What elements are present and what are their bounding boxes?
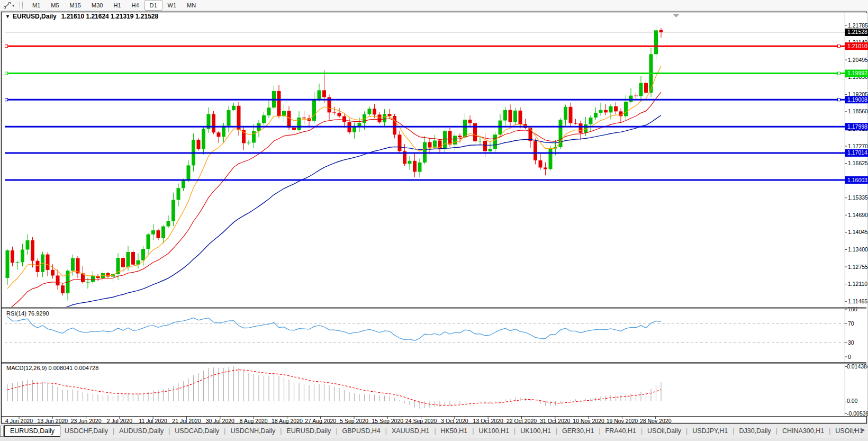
window-tab-bar: EURUSD,DailyUSDCHF,Daily|AUDUSD,Daily|US… xyxy=(0,424,868,438)
candle xyxy=(413,161,417,172)
candle xyxy=(197,140,201,149)
line-handle[interactable] xyxy=(5,45,8,48)
candle xyxy=(408,161,412,164)
candle xyxy=(292,128,296,130)
candle xyxy=(654,30,658,54)
window-tab-dj30-daily[interactable]: DJ30,Daily xyxy=(735,426,775,436)
candle xyxy=(36,261,40,272)
price-tick-label: 1.12755 xyxy=(848,264,868,270)
candle xyxy=(31,240,34,261)
candle xyxy=(21,249,24,262)
candle xyxy=(589,118,593,124)
date-label: 13 Jun 2020 xyxy=(37,418,68,424)
candle xyxy=(499,121,502,135)
candle xyxy=(599,110,603,113)
candle xyxy=(609,106,613,113)
candle xyxy=(483,141,487,151)
price-tick-label: 1.15335 xyxy=(848,194,868,201)
window-tab-usoil-daily[interactable]: USOil,Daily xyxy=(643,426,685,436)
window-tab-usdjpy-h1[interactable]: USDJPY,H1 xyxy=(688,426,732,436)
candle xyxy=(277,91,281,116)
candle xyxy=(141,249,145,260)
date-label: 22 Oct 2020 xyxy=(507,418,537,424)
tab-scroll-left-icon[interactable]: ◄ xyxy=(852,427,857,433)
candle xyxy=(378,114,382,122)
candle xyxy=(247,142,251,143)
candle xyxy=(549,149,553,169)
date-label: 11 Jul 2020 xyxy=(139,418,167,424)
window-tab-usdcnh-daily[interactable]: USDCNH,Daily xyxy=(226,426,279,436)
candle xyxy=(473,123,477,141)
candle xyxy=(659,30,663,32)
window-tab-uk100-h1[interactable]: UK100,H1 xyxy=(516,426,555,436)
line-handle[interactable] xyxy=(838,72,840,75)
candle xyxy=(202,129,205,149)
candle xyxy=(393,116,396,134)
window-tab-eurusd-daily[interactable]: EURUSD,Daily xyxy=(4,425,60,437)
window-tab-fra40-h1[interactable]: FRA40,H1 xyxy=(601,426,640,436)
candle xyxy=(458,136,462,137)
line-handle[interactable] xyxy=(838,45,840,48)
line-handle[interactable] xyxy=(5,98,8,101)
price-badge-label: 1.17998 xyxy=(847,123,867,130)
window-tab-uk100-h1[interactable]: UK100,H1 xyxy=(474,426,513,436)
window-tab-xauusd-h1[interactable]: XAUUSD,H1 xyxy=(387,426,434,436)
candle xyxy=(629,96,633,102)
date-label: 4 Jun 2020 xyxy=(5,418,33,424)
candle xyxy=(11,250,14,263)
candle xyxy=(639,83,643,96)
window-tab-usdcad-daily[interactable]: USDCAD,Daily xyxy=(170,426,223,436)
price-badge-label: 1.17014 xyxy=(847,149,867,156)
date-label: 23 Jun 2020 xyxy=(71,418,102,424)
date-label: 24 Sep 2020 xyxy=(405,418,437,424)
window-tabs: EURUSD,DailyUSDCHF,Daily|AUDUSD,Daily|US… xyxy=(4,425,867,437)
rsi-label: RSI(14) 76.9290 xyxy=(6,310,49,317)
macd-scale-label: 0.00 xyxy=(847,398,858,404)
price-badge-label: 1.21010 xyxy=(847,43,867,49)
candle xyxy=(428,142,432,147)
candle xyxy=(86,282,90,283)
candle xyxy=(252,131,256,142)
window-tab-gbpusd-h4[interactable]: GBPUSD,H4 xyxy=(338,426,385,436)
price-tick-label: 1.14045 xyxy=(848,229,868,235)
chart-window: 1.217851.211401.204951.198501.192051.185… xyxy=(0,0,868,424)
price-tick-label: 1.12110 xyxy=(848,281,867,287)
price-badge-label: 1.19992 xyxy=(847,70,867,76)
window-tab-usdchf-daily[interactable]: USDCHF,Daily xyxy=(60,426,112,436)
candle xyxy=(322,90,326,97)
candle xyxy=(503,110,507,121)
candle xyxy=(167,221,170,226)
candle xyxy=(519,111,522,124)
candle xyxy=(368,109,372,114)
candle xyxy=(16,262,20,263)
candle xyxy=(312,99,316,121)
candle xyxy=(342,116,346,122)
candle xyxy=(262,115,266,123)
price-tick-label: 1.17270 xyxy=(848,143,868,149)
candle xyxy=(398,134,402,151)
status-strip xyxy=(0,438,868,441)
price-badge-label: 1.19008 xyxy=(847,96,867,103)
chart-menu-arrow-icon[interactable]: ▼ xyxy=(5,14,10,19)
macd-scale-label: 0.014384 xyxy=(847,363,868,370)
window-tab-hk50-h1[interactable]: HK50,H1 xyxy=(437,426,472,436)
candle xyxy=(302,118,306,119)
window-tab-ger30-h1[interactable]: GER30,H1 xyxy=(558,426,598,436)
tab-scroll-right-icon[interactable]: ► xyxy=(861,427,866,433)
candle xyxy=(227,110,231,126)
line-handle[interactable] xyxy=(838,98,840,101)
window-tab-eurusd-daily[interactable]: EURUSD,Daily xyxy=(282,426,335,436)
line-handle[interactable] xyxy=(5,72,8,75)
candle xyxy=(383,114,386,122)
tab-stub xyxy=(0,426,4,437)
date-label: 19 Nov 2020 xyxy=(607,418,638,424)
candle xyxy=(634,96,638,96)
candle xyxy=(91,276,95,282)
candle xyxy=(232,106,236,110)
window-tab-audusd-daily[interactable]: AUDUSD,Daily xyxy=(115,426,168,436)
window-tab-china300-h1[interactable]: CHINA300,H1 xyxy=(778,426,828,436)
candle xyxy=(433,140,437,147)
candle xyxy=(131,252,135,265)
candle xyxy=(147,235,150,249)
rsi-scale-label: 70 xyxy=(848,320,854,327)
